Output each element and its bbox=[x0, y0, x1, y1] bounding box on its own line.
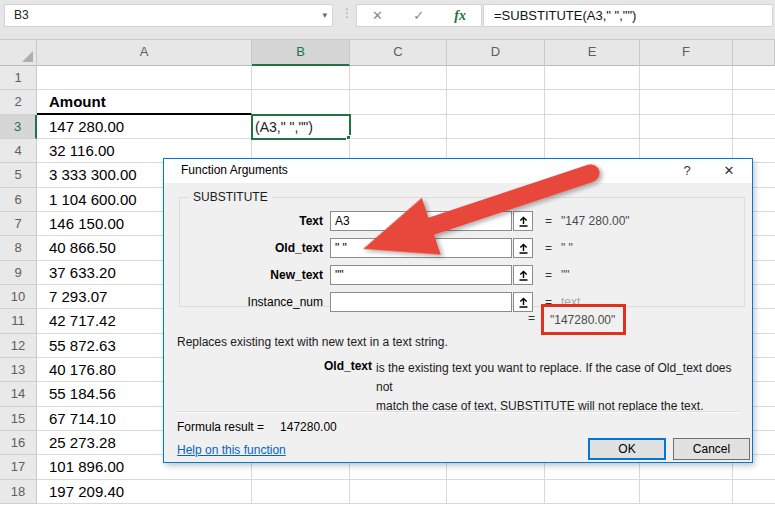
column-header-b[interactable]: B bbox=[252, 40, 350, 66]
row-header[interactable]: 8 bbox=[0, 236, 37, 260]
cell-column-e[interactable] bbox=[545, 66, 640, 90]
cell-column-f[interactable] bbox=[640, 480, 733, 504]
sheet-row: 1 bbox=[0, 66, 775, 90]
function-arguments-dialog: Function Arguments ? ✕ SUBSTITUTE Text bbox=[163, 158, 753, 463]
row-header[interactable]: 1 bbox=[0, 66, 37, 90]
cell-column-a[interactable] bbox=[37, 66, 252, 90]
ok-button[interactable]: OK bbox=[588, 438, 666, 460]
cell-column-g[interactable] bbox=[733, 66, 775, 90]
row-header[interactable]: 9 bbox=[0, 261, 37, 285]
collapse-dialog-button[interactable] bbox=[513, 292, 533, 312]
cell-column-a[interactable]: Amount bbox=[37, 90, 252, 114]
argument-input[interactable] bbox=[330, 265, 512, 285]
collapse-dialog-icon bbox=[518, 270, 529, 281]
row-header[interactable]: 11 bbox=[0, 309, 37, 333]
collapse-dialog-icon bbox=[518, 216, 529, 227]
argument-row: New_text = "" bbox=[180, 265, 744, 285]
row-header[interactable]: 18 bbox=[0, 480, 37, 504]
collapse-dialog-button[interactable] bbox=[513, 265, 533, 285]
argument-label: New_text bbox=[180, 268, 330, 282]
row-header[interactable]: 2 bbox=[0, 90, 37, 114]
cell-column-e[interactable] bbox=[545, 90, 640, 114]
column-header-e[interactable]: E bbox=[545, 40, 640, 66]
formula-bar-chrome: B3 ▾ ⋮ ✕ ✓ fx =SUBSTITUTE(A3," ","") bbox=[0, 0, 775, 40]
help-link[interactable]: Help on this function bbox=[177, 443, 286, 457]
argument-input[interactable] bbox=[330, 238, 512, 258]
cell-column-c[interactable] bbox=[350, 66, 447, 90]
cell-column-c[interactable] bbox=[350, 480, 447, 504]
param-help-line-1: is the existing text you want to replace… bbox=[376, 359, 742, 397]
cell-column-b[interactable] bbox=[252, 90, 350, 114]
cell-column-f[interactable] bbox=[640, 90, 733, 114]
cell-column-e[interactable] bbox=[545, 480, 640, 504]
cell-column-d[interactable] bbox=[447, 115, 545, 139]
active-cell-editor[interactable]: (A3," ","") bbox=[251, 114, 351, 140]
argument-row: Text = "147 280.00" bbox=[180, 211, 744, 231]
row-header[interactable]: 13 bbox=[0, 358, 37, 382]
cell-column-c[interactable] bbox=[350, 90, 447, 114]
cell-column-f[interactable] bbox=[640, 115, 733, 139]
row-header[interactable]: 7 bbox=[0, 212, 37, 236]
formula-result-label: Formula result = bbox=[177, 420, 264, 434]
collapse-dialog-button[interactable] bbox=[513, 211, 533, 231]
enter-entry-icon[interactable]: ✓ bbox=[413, 8, 424, 23]
formula-input[interactable]: =SUBSTITUTE(A3," ","") bbox=[483, 4, 773, 27]
cancel-entry-icon[interactable]: ✕ bbox=[372, 8, 383, 23]
cell-column-a[interactable]: 197 209.40 bbox=[37, 480, 252, 504]
equals-sign: = bbox=[545, 241, 555, 255]
param-help-line-2: match the case of text, SUBSTITUTE will … bbox=[376, 397, 742, 416]
argument-result: "147 280.00" bbox=[561, 214, 630, 228]
select-all-button[interactable] bbox=[0, 40, 37, 66]
equals-sign: = bbox=[545, 268, 555, 282]
substitute-group-box: SUBSTITUTE Text = "147 280.00" bbox=[179, 197, 745, 307]
cell-column-g[interactable] bbox=[733, 115, 775, 139]
row-header[interactable]: 5 bbox=[0, 163, 37, 187]
cell-column-g[interactable] bbox=[733, 480, 775, 504]
formula-result-row: Formula result = 147280.00 bbox=[177, 420, 337, 434]
cell-column-g[interactable] bbox=[733, 90, 775, 114]
row-header[interactable]: 4 bbox=[0, 139, 37, 163]
dialog-title-bar[interactable]: Function Arguments bbox=[164, 159, 752, 183]
row-header[interactable]: 10 bbox=[0, 285, 37, 309]
cell-column-b[interactable] bbox=[252, 66, 350, 90]
cell-column-c[interactable] bbox=[350, 115, 447, 139]
row-header[interactable]: 15 bbox=[0, 407, 37, 431]
formula-bar-separator-icon: ⋮ bbox=[341, 6, 353, 20]
cell-column-b[interactable] bbox=[252, 480, 350, 504]
formula-preview-value: "147280.00" bbox=[544, 313, 615, 327]
param-help-name: Old_text bbox=[324, 359, 372, 373]
row-header[interactable]: 17 bbox=[0, 455, 37, 479]
column-header-c[interactable]: C bbox=[350, 40, 447, 66]
cell-column-d[interactable] bbox=[447, 480, 545, 504]
row-header[interactable]: 12 bbox=[0, 334, 37, 358]
cell-column-e[interactable] bbox=[545, 115, 640, 139]
sheet-row: 2 Amount bbox=[0, 90, 775, 114]
cell-column-a[interactable]: 147 280.00 bbox=[37, 115, 252, 139]
argument-input[interactable] bbox=[330, 211, 512, 231]
argument-label: Instance_num bbox=[180, 295, 330, 309]
result-equals-sign: = bbox=[528, 311, 535, 325]
argument-input[interactable] bbox=[330, 292, 512, 312]
name-box[interactable]: B3 ▾ bbox=[4, 4, 333, 27]
name-box-dropdown-icon[interactable]: ▾ bbox=[322, 5, 327, 26]
cell-column-d[interactable] bbox=[447, 90, 545, 114]
formula-bar-buttons: ✕ ✓ fx bbox=[356, 4, 482, 27]
row-header[interactable]: 14 bbox=[0, 382, 37, 406]
row-header[interactable]: 3 bbox=[0, 115, 37, 139]
column-header-partial[interactable] bbox=[733, 40, 775, 66]
cancel-button[interactable]: Cancel bbox=[673, 438, 750, 460]
column-header-f[interactable]: F bbox=[640, 40, 733, 66]
column-header-a[interactable]: A bbox=[37, 40, 252, 66]
column-header-d[interactable]: D bbox=[447, 40, 545, 66]
fill-handle[interactable] bbox=[346, 135, 351, 140]
dialog-help-button[interactable]: ? bbox=[674, 161, 700, 181]
row-header[interactable]: 16 bbox=[0, 431, 37, 455]
collapse-dialog-icon bbox=[518, 243, 529, 254]
insert-function-icon[interactable]: fx bbox=[454, 8, 466, 24]
cell-column-f[interactable] bbox=[640, 66, 733, 90]
collapse-dialog-button[interactable] bbox=[513, 238, 533, 258]
sheet-row: 18 197 209.40 bbox=[0, 480, 775, 504]
dialog-close-button[interactable]: ✕ bbox=[716, 161, 742, 181]
row-header[interactable]: 6 bbox=[0, 188, 37, 212]
cell-column-d[interactable] bbox=[447, 66, 545, 90]
